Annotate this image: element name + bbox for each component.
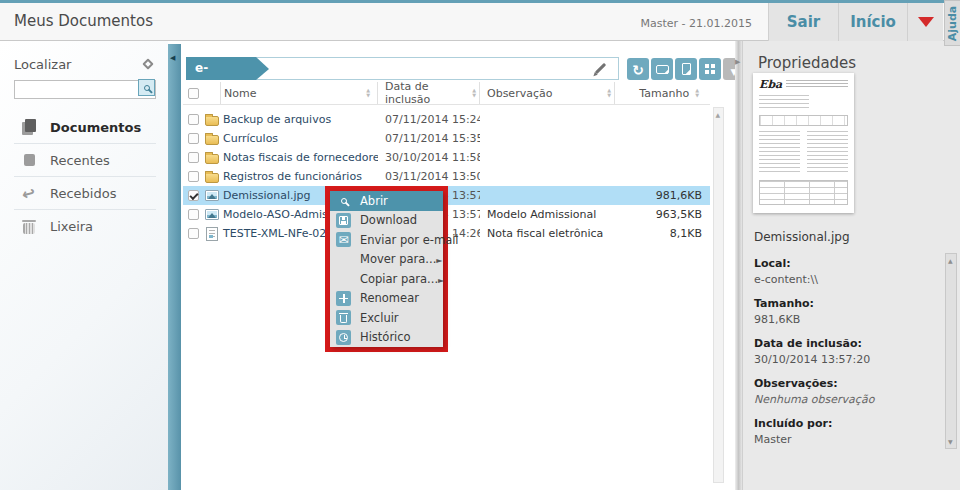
- menu-item-download[interactable]: Download: [330, 211, 443, 231]
- recent-file-icon: [24, 154, 35, 166]
- preview-lines: [759, 95, 809, 110]
- file-size: 8,1KB: [615, 227, 710, 240]
- home-button[interactable]: Início: [838, 3, 907, 41]
- menu-item-abrir[interactable]: Abrir: [330, 191, 443, 211]
- document-preview: Eba: [753, 73, 854, 213]
- row-icon-cell: [203, 133, 220, 145]
- table-row[interactable]: Currículos07/11/2014 15:35:15: [183, 129, 710, 148]
- help-tab[interactable]: Ajuda: [944, 0, 960, 46]
- folder-icon: [205, 116, 219, 126]
- menu-item-copiar-para[interactable]: Copiar para...: [330, 269, 443, 289]
- sidebar-item-label: Documentos: [50, 120, 141, 135]
- toolbar-button-refresh-icon[interactable]: [627, 58, 649, 80]
- diamond-clear-icon[interactable]: [142, 58, 153, 69]
- row-checkbox[interactable]: [188, 171, 199, 182]
- row-icon-cell: [203, 114, 220, 126]
- selected-file-name: Demissional.jpg: [754, 230, 850, 244]
- sidebar-item-recentes[interactable]: Recentes: [14, 144, 156, 177]
- menu-item-historico[interactable]: Histórico: [330, 328, 443, 348]
- menu-item-renomear[interactable]: Renomear: [330, 289, 443, 309]
- documents-stack-icon: [25, 119, 36, 132]
- toolbar-button-grid-view-icon[interactable]: [699, 58, 721, 80]
- sidebar-item-lixeira[interactable]: Lixeira: [14, 210, 156, 243]
- row-checkbox[interactable]: [188, 114, 199, 125]
- preview-lines: [759, 131, 800, 175]
- sidebar-item-icon-wrap: [16, 220, 42, 234]
- sidebar-item-recebidos[interactable]: Recebidos: [14, 177, 156, 210]
- property-field-tamanho: Tamanho:981,6KB: [754, 297, 939, 326]
- toolbar-button-page-arrow-icon[interactable]: [675, 58, 697, 80]
- save-disk-icon: [339, 216, 348, 225]
- menu-item-excluir[interactable]: Excluir: [330, 308, 443, 328]
- dropdown-menu-button[interactable]: [907, 3, 943, 41]
- search-button[interactable]: [138, 79, 155, 96]
- file-name: Currículos: [220, 132, 378, 145]
- row-checkbox[interactable]: [188, 133, 199, 144]
- property-field-incluido-por: Incluído por:Master: [754, 417, 939, 446]
- file-size: 981,6KB: [615, 189, 710, 202]
- property-value: Nenhuma observação: [754, 393, 939, 406]
- sort-arrows-icon: [472, 88, 476, 98]
- table-scrollbar[interactable]: [713, 107, 724, 483]
- history-clock-icon: [339, 333, 348, 342]
- sidebar-item-icon-wrap: [16, 184, 42, 203]
- file-name: Registros de funcionários: [220, 170, 378, 183]
- property-value: 981,6KB: [754, 313, 939, 326]
- sidebar-item-label: Recentes: [50, 153, 110, 168]
- row-icon-cell: [203, 209, 220, 220]
- sidebar-collapse-bar[interactable]: [168, 44, 181, 490]
- row-checkbox-cell: [183, 228, 203, 239]
- table-row[interactable]: Notas fiscais de fornecedores30/10/2014 …: [183, 148, 710, 167]
- column-header-data-de-inclusao[interactable]: Data de inclusão: [378, 82, 480, 104]
- sidebar-menu: DocumentosRecentesRecebidosLixeira: [14, 111, 156, 243]
- row-checkbox[interactable]: [188, 228, 199, 239]
- row-icon-cell: [203, 190, 220, 201]
- logout-button[interactable]: Sair: [768, 3, 838, 41]
- row-checkbox[interactable]: [188, 209, 199, 220]
- property-field-data-de-inclusao: Data de inclusão:30/10/2014 13:57:20: [754, 337, 939, 366]
- select-all-checkbox[interactable]: [188, 88, 199, 99]
- panel-divider[interactable]: [735, 41, 742, 490]
- column-header-nome[interactable]: Nome: [220, 82, 378, 104]
- property-label: Incluído por:: [754, 417, 939, 430]
- property-value: e-content:\\: [754, 273, 939, 286]
- preview-columns: [759, 131, 848, 175]
- table-row[interactable]: Registros de funcionários03/11/2014 13:5…: [183, 167, 710, 186]
- column-header-tamanho[interactable]: Tamanho: [615, 82, 710, 104]
- row-checkbox-cell: [183, 152, 203, 163]
- magnifier-icon: [341, 198, 347, 204]
- menu-icon-box: [336, 213, 351, 228]
- properties-scrollbar[interactable]: [945, 253, 957, 449]
- xml-file-icon: [206, 227, 218, 241]
- menu-item-label: Renomear: [360, 291, 443, 305]
- property-label: Local:: [754, 257, 939, 270]
- column-header-observacao[interactable]: Observação: [480, 82, 615, 104]
- menu-item-label: Mover para...: [360, 252, 436, 266]
- menu-item-mover-para[interactable]: Mover para...: [330, 250, 443, 270]
- row-icon-cell: [203, 171, 220, 183]
- breadcrumb-chip[interactable]: e-content: [186, 57, 256, 80]
- sort-arrows-icon: [607, 88, 611, 98]
- file-size: 963,5KB: [615, 208, 710, 221]
- toolbar: [627, 58, 745, 80]
- properties-fields: Local:e-content:\\Tamanho:981,6KBData de…: [754, 257, 939, 457]
- menu-item-label: Histórico: [360, 330, 443, 344]
- menu-icon-box: [336, 310, 351, 325]
- main-content: e-content NomeData de inclusãoObservação…: [181, 41, 735, 490]
- row-checkbox-cell: [183, 114, 203, 125]
- row-checkbox[interactable]: [188, 190, 199, 201]
- trash-icon: [23, 223, 35, 234]
- column-header-label: Tamanho: [639, 87, 689, 100]
- sidebar-item-documentos[interactable]: Documentos: [14, 111, 156, 144]
- toolbar-button-rectangle-arrow-icon[interactable]: [651, 58, 673, 80]
- preview-lines: [807, 131, 848, 175]
- property-field-observacoes: Observações:Nenhuma observação: [754, 377, 939, 406]
- menu-item-enviar-por-e-mail[interactable]: Enviar por e-mail: [330, 230, 443, 250]
- page-arrow-icon: [682, 63, 691, 75]
- table-row[interactable]: Backup de arquivos07/11/2014 15:24:15: [183, 110, 710, 129]
- search-input[interactable]: [14, 80, 156, 99]
- row-checkbox[interactable]: [188, 152, 199, 163]
- menu-icon-box: [336, 291, 351, 306]
- file-date: 03/11/2014 13:50:52: [378, 170, 480, 183]
- edit-pencil-icon[interactable]: [595, 63, 606, 74]
